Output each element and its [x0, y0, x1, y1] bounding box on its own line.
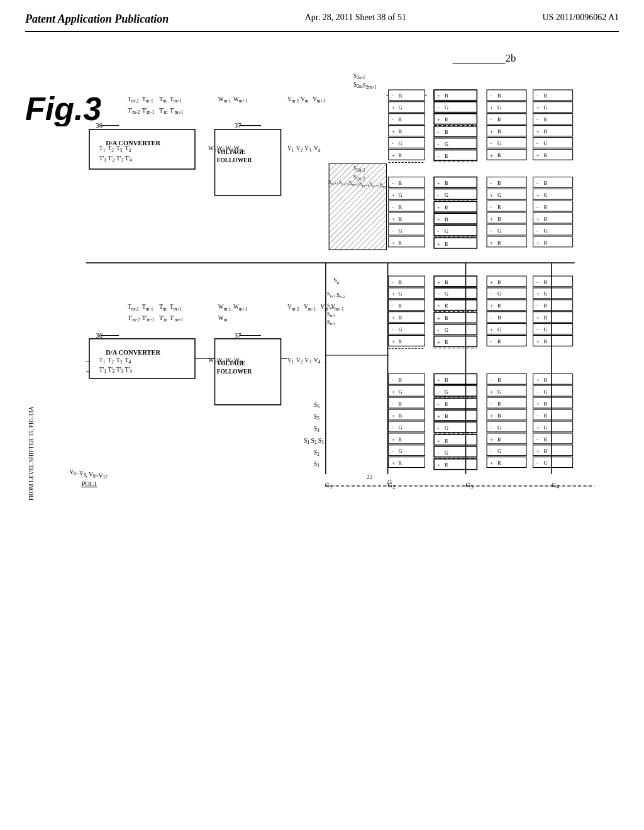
svg-text:G: G	[398, 425, 402, 431]
svg-text:G: G	[398, 105, 402, 111]
svg-rect-139	[487, 138, 526, 148]
svg-rect-371	[487, 374, 526, 384]
svg-text:B: B	[497, 216, 501, 222]
svg-text:-: -	[437, 130, 439, 135]
svg-text:R: R	[445, 438, 448, 444]
svg-text:-: -	[536, 94, 538, 99]
svg-rect-300	[389, 445, 425, 456]
svg-text:R: R	[398, 240, 402, 246]
svg-rect-175	[533, 138, 573, 148]
svg-text:-: -	[536, 413, 538, 419]
svg-text:-: -	[437, 292, 439, 297]
svg-text:+: +	[437, 414, 440, 419]
svg-text:T'3: T'3	[116, 155, 123, 163]
svg-text:-: -	[536, 437, 538, 443]
svg-text:+: +	[392, 240, 395, 246]
svg-text:-: -	[392, 204, 394, 210]
svg-text:B: B	[445, 280, 448, 285]
svg-text:+: +	[437, 462, 440, 468]
svg-text:G: G	[543, 141, 547, 147]
svg-rect-145	[487, 177, 526, 188]
svg-text:-: -	[490, 401, 492, 407]
svg-text:G: G	[497, 192, 501, 198]
svg-text:R: R	[445, 402, 448, 407]
svg-text:FROM LEVEL SHIFTER 35, FIG.33A: FROM LEVEL SHIFTER 35, FIG.33A	[28, 406, 35, 501]
svg-rect-107	[434, 177, 477, 188]
svg-rect-356	[487, 288, 526, 299]
svg-text:-: -	[437, 389, 439, 395]
svg-text:-: -	[490, 228, 492, 234]
svg-text:+: +	[437, 94, 440, 99]
svg-text:-: -	[437, 105, 439, 111]
svg-text:B: B	[497, 377, 501, 383]
svg-text:T'3: T'3	[116, 367, 123, 374]
svg-text:T'1: T'1	[99, 155, 106, 163]
svg-text:B: B	[398, 180, 402, 186]
svg-text:G: G	[497, 228, 501, 234]
svg-text:R: R	[398, 153, 402, 158]
svg-text:B: B	[543, 448, 547, 454]
svg-text:R: R	[398, 437, 402, 443]
svg-text:R: R	[497, 437, 501, 443]
svg-text:G: G	[398, 448, 402, 454]
svg-rect-97	[434, 126, 477, 137]
svg-text:-: -	[392, 280, 394, 285]
svg-text:D/A CONVERTER: D/A CONVERTER	[106, 140, 160, 147]
svg-rect-362	[487, 312, 526, 323]
svg-text:R: R	[497, 240, 501, 246]
svg-rect-383	[487, 421, 526, 432]
svg-text:T3: T3	[116, 357, 123, 365]
svg-text:G: G	[497, 105, 501, 111]
svg-rect-47	[389, 90, 425, 101]
content-area: Fig.33B 2b FROM LEVEL SHIFTER 35, FIG.33…	[25, 38, 619, 793]
svg-text:+: +	[490, 240, 493, 246]
svg-text:R: R	[543, 204, 547, 210]
svg-text:+: +	[490, 192, 493, 198]
svg-text:G: G	[398, 292, 402, 297]
svg-text:Wm-1: Wm-1	[218, 96, 231, 104]
svg-text:T'2: T'2	[108, 367, 114, 374]
svg-text:+: +	[490, 437, 493, 443]
svg-text:R: R	[497, 401, 501, 407]
svg-rect-181	[533, 177, 573, 188]
svg-text:-: -	[536, 228, 538, 234]
svg-text:R: R	[398, 460, 402, 466]
svg-rect-117	[434, 213, 477, 224]
svg-text:R: R	[543, 153, 547, 158]
svg-text:R: R	[543, 401, 547, 407]
svg-text:Vm+1: Vm+1	[313, 96, 326, 104]
svg-text:-: -	[392, 228, 394, 234]
svg-text:-: -	[392, 377, 394, 383]
svg-text:+: +	[437, 241, 440, 247]
svg-text:R: R	[543, 437, 547, 443]
svg-text:G: G	[497, 292, 501, 297]
svg-rect-163	[533, 90, 573, 101]
svg-text:Tm-2: Tm-2	[128, 304, 139, 312]
svg-rect-395	[533, 276, 573, 287]
svg-text:V3: V3	[304, 146, 311, 153]
publication-date-sheet: Apr. 28, 2011 Sheet 38 of 51	[305, 13, 406, 23]
svg-text:Wm: Wm	[218, 315, 228, 323]
svg-text:T'm-2: T'm-2	[128, 315, 140, 323]
svg-text:G: G	[398, 327, 402, 333]
svg-text:-: -	[490, 425, 492, 431]
svg-text:S1: S1	[314, 461, 319, 468]
svg-rect-333	[434, 398, 477, 409]
svg-rect-55	[389, 114, 425, 124]
svg-rect-151	[487, 201, 526, 211]
svg-text:Wm+1: Wm+1	[233, 96, 248, 104]
svg-text:-: -	[437, 229, 439, 235]
svg-text:-: -	[437, 153, 439, 159]
svg-text:T'4: T'4	[125, 155, 132, 163]
svg-text:V3: V3	[304, 357, 311, 365]
svg-text:S2n-1: S2n-1	[353, 73, 365, 80]
svg-text:-: -	[437, 192, 439, 198]
svg-rect-93	[434, 114, 477, 124]
svg-text:R: R	[497, 204, 501, 210]
svg-text:-: -	[490, 204, 492, 210]
svg-text:Tm+1: Tm+1	[170, 304, 182, 312]
svg-text:+: +	[536, 129, 540, 135]
svg-rect-74	[389, 201, 425, 211]
svg-rect-127	[487, 90, 526, 101]
svg-text:B: B	[445, 94, 448, 99]
